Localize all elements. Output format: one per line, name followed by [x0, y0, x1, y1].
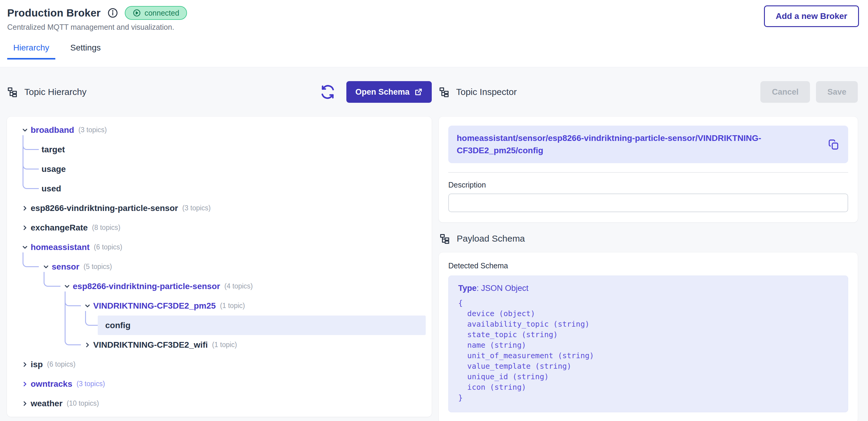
schema-line: {: [458, 298, 838, 308]
refresh-button[interactable]: [320, 85, 335, 99]
title-row: Production Broker connected: [7, 6, 859, 20]
hierarchy-icon: [439, 233, 450, 244]
tab-settings[interactable]: Settings: [64, 40, 107, 60]
tree-label: isp: [31, 360, 43, 369]
chevron-right-icon[interactable]: [21, 204, 29, 213]
cancel-button[interactable]: Cancel: [761, 81, 810, 103]
description-input[interactable]: [448, 194, 848, 212]
schema-line: availability_topic (string): [458, 319, 838, 329]
external-link-icon: [414, 88, 423, 96]
payload-schema-header: Payload Schema: [439, 233, 858, 244]
topic-count: (8 topics): [92, 224, 121, 232]
tree-label: VINDRIKTNING-CF3DE2_pm25: [93, 301, 216, 311]
tree-label: sensor: [52, 262, 80, 272]
topic-count: (1 topic): [220, 302, 245, 310]
chevron-down-icon[interactable]: [63, 282, 71, 291]
tree-row-esp8266-nested[interactable]: esp8266-vindriktning-particle-sensor (4 …: [7, 277, 432, 296]
tree-row-weather[interactable]: weather (10 topics): [7, 394, 432, 413]
chevron-down-icon[interactable]: [21, 243, 29, 252]
tree-row-vindriktning-pm25[interactable]: VINDRIKTNING-CF3DE2_pm25 (1 topic): [7, 296, 432, 316]
schema-line: }: [458, 392, 838, 403]
tree-label: target: [41, 145, 65, 155]
tree-row-isp[interactable]: isp (6 topics): [7, 355, 432, 374]
tree-label: homeassistant: [31, 242, 90, 252]
tree-row-esp8266-root[interactable]: esp8266-vindriktning-particle-sensor (3 …: [7, 198, 432, 218]
schema-line: icon (string): [458, 382, 838, 392]
app-header: Production Broker connected Centralized …: [0, 0, 868, 67]
selected-row-highlight: [98, 316, 426, 335]
add-broker-button[interactable]: Add a new Broker: [764, 5, 859, 27]
tree-row-config-selected[interactable]: config: [7, 316, 432, 335]
chevron-right-icon[interactable]: [83, 341, 92, 350]
tree-row-usage[interactable]: usage: [7, 159, 432, 179]
tree-row-vindriktning-wifi[interactable]: VINDRIKTNING-CF3DE2_wifi (1 topic): [7, 335, 432, 355]
topic-count: (5 topics): [84, 263, 112, 271]
topic-count: (3 topics): [77, 380, 105, 388]
chevron-right-icon[interactable]: [21, 399, 29, 408]
tree-row-used[interactable]: used: [7, 179, 432, 198]
chevron-down-icon[interactable]: [83, 301, 92, 311]
description-label: Description: [448, 181, 848, 189]
topic-tree-card: broadband (3 topics) target usage used e…: [7, 117, 432, 417]
schema-type-line: Type: JSON Object: [458, 284, 838, 293]
divider: [448, 172, 848, 173]
topic-path: homeassistant/sensor/esp8266-vindriktnin…: [457, 132, 828, 157]
tab-hierarchy[interactable]: Hierarchy: [7, 40, 55, 60]
payload-schema-card: Detected Schema Type: JSON Object { devi…: [439, 252, 858, 421]
tree-row-owntracks[interactable]: owntracks (3 topics): [7, 374, 432, 394]
inspector-panel-header: Topic Inspector Cancel Save: [439, 81, 858, 103]
topic-count: (4 topics): [224, 282, 253, 290]
chevron-down-icon[interactable]: [21, 126, 29, 135]
open-schema-label: Open Schema: [355, 88, 409, 97]
schema-line: unique_id (string): [458, 371, 838, 382]
save-button[interactable]: Save: [816, 81, 858, 103]
schema-line: name (string): [458, 340, 838, 350]
chevron-right-icon[interactable]: [21, 380, 29, 389]
tree-label: VINDRIKTNING-CF3DE2_wifi: [93, 340, 208, 350]
inspector-panel-title: Topic Inspector: [456, 87, 517, 97]
tree-row-homeassistant[interactable]: homeassistant (6 topics): [7, 237, 432, 257]
detected-schema-box: Type: JSON Object { device (object) avai…: [448, 276, 848, 412]
info-icon[interactable]: [107, 7, 118, 18]
page-subtitle: Centralized MQTT management and visualiz…: [7, 23, 859, 32]
hierarchy-column: Topic Hierarchy Open Schema: [7, 81, 432, 421]
open-schema-button[interactable]: Open Schema: [346, 81, 432, 103]
topic-count: (3 topics): [182, 204, 211, 212]
payload-schema-title: Payload Schema: [457, 233, 525, 244]
tree-label: used: [41, 184, 61, 194]
schema-line: device (object): [458, 308, 838, 319]
chevron-right-icon[interactable]: [21, 223, 29, 232]
tree-row-sensor[interactable]: sensor (5 topics): [7, 257, 432, 277]
tree-label: usage: [41, 164, 66, 174]
topic-tree: broadband (3 topics) target usage used e…: [7, 117, 432, 417]
schema-line: value_template (string): [458, 361, 838, 371]
status-badge-label: connected: [145, 9, 179, 18]
tree-row-exchangerate[interactable]: exchangeRate (8 topics): [7, 218, 432, 237]
tree-label: esp8266-vindriktning-particle-sensor: [73, 282, 220, 291]
tab-bar: Hierarchy Settings: [7, 40, 859, 60]
topic-count: (10 topics): [67, 399, 99, 408]
tree-label: esp8266-vindriktning-particle-sensor: [31, 203, 178, 213]
hierarchy-panel-header: Topic Hierarchy Open Schema: [7, 81, 432, 103]
chevron-right-icon[interactable]: [21, 360, 29, 369]
tree-row-target[interactable]: target: [7, 140, 432, 159]
inspector-card: homeassistant/sensor/esp8266-vindriktnin…: [439, 117, 858, 222]
chevron-down-icon[interactable]: [41, 262, 51, 271]
copy-icon[interactable]: [828, 138, 840, 151]
main-content: Topic Hierarchy Open Schema: [0, 67, 868, 421]
schema-line: state_topic (string): [458, 329, 838, 340]
status-badge: connected: [125, 6, 187, 20]
tree-row-broadband[interactable]: broadband (3 topics): [7, 120, 432, 140]
topic-count: (6 topics): [94, 243, 122, 251]
schema-type-value: : JSON Object: [476, 284, 529, 293]
page-title: Production Broker: [7, 7, 101, 19]
hierarchy-icon: [439, 87, 450, 97]
tree-label: config: [7, 321, 130, 330]
detected-schema-label: Detected Schema: [448, 261, 848, 270]
tree-label: broadband: [31, 125, 74, 135]
inspector-column: Topic Inspector Cancel Save homeassistan…: [439, 81, 858, 421]
tree-label: exchangeRate: [31, 223, 88, 233]
hierarchy-icon: [7, 87, 18, 97]
schema-type-label: Type: [458, 284, 476, 293]
tree-label: owntracks: [31, 379, 72, 389]
